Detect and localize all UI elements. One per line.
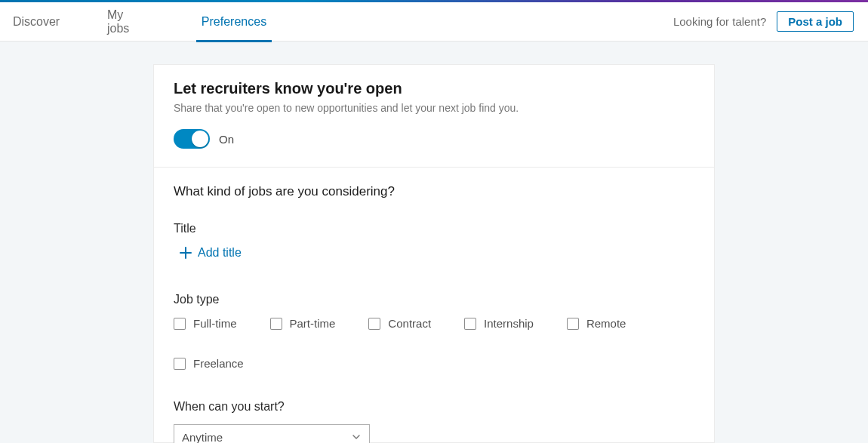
card-header: Let recruiters know you're open Share th…	[154, 65, 714, 168]
checkbox-box	[567, 318, 579, 330]
open-toggle-label: On	[219, 133, 234, 146]
content-area: Let recruiters know you're open Share th…	[0, 42, 868, 443]
add-title-label: Add title	[198, 246, 242, 260]
add-title-button[interactable]: Add title	[180, 246, 242, 260]
nav-right: Looking for talent? Post a job	[673, 2, 868, 41]
start-block: When can you start? Anytime	[174, 400, 694, 443]
checkbox-label: Part-time	[290, 317, 336, 330]
card-subtitle: Share that you're open to new opportunit…	[174, 102, 694, 114]
checkbox-label: Contract	[388, 317, 431, 330]
start-label: When can you start?	[174, 400, 694, 414]
card-body: What kind of jobs are you considering? T…	[154, 168, 714, 443]
checkbox-box	[464, 318, 476, 330]
nav-tabs: Discover My jobs Preferences	[0, 2, 272, 41]
tab-my-jobs[interactable]: My jobs	[107, 2, 146, 42]
jobtype-options: Full-time Part-time Contract Internship	[174, 317, 694, 370]
open-toggle[interactable]	[174, 129, 210, 149]
post-a-job-label: Post a job	[788, 15, 842, 28]
looking-for-talent-text: Looking for talent?	[673, 15, 766, 28]
checkbox-label: Freelance	[193, 357, 244, 370]
jobtype-label: Job type	[174, 293, 694, 306]
checkbox-contract[interactable]: Contract	[368, 317, 431, 330]
checkbox-label: Remote	[586, 317, 626, 330]
checkbox-label: Internship	[484, 317, 534, 330]
checkbox-freelance[interactable]: Freelance	[174, 357, 244, 370]
tab-label: Discover	[13, 15, 60, 29]
tab-discover[interactable]: Discover	[14, 2, 58, 42]
toggle-knob	[192, 131, 208, 147]
checkbox-remote[interactable]: Remote	[567, 317, 626, 330]
post-a-job-button[interactable]: Post a job	[777, 11, 854, 32]
card-title: Let recruiters know you're open	[174, 80, 694, 97]
chevron-down-icon	[351, 432, 362, 442]
plus-icon	[180, 247, 192, 259]
title-label: Title	[174, 222, 694, 235]
checkbox-box	[270, 318, 282, 330]
open-toggle-row: On	[174, 129, 694, 149]
start-select[interactable]: Anytime	[174, 424, 370, 443]
checkbox-box	[174, 318, 186, 330]
checkbox-label: Full-time	[193, 317, 237, 330]
tab-label: Preferences	[202, 15, 266, 29]
jobs-question: What kind of jobs are you considering?	[174, 184, 694, 199]
checkbox-box	[368, 318, 380, 330]
checkbox-box	[174, 358, 186, 370]
tab-preferences[interactable]: Preferences	[196, 2, 272, 42]
navbar: Discover My jobs Preferences Looking for…	[0, 2, 868, 42]
checkbox-full-time[interactable]: Full-time	[174, 317, 237, 330]
start-value: Anytime	[182, 431, 223, 444]
jobtype-block: Job type Full-time Part-time Contract	[174, 293, 694, 370]
checkbox-internship[interactable]: Internship	[464, 317, 534, 330]
checkbox-part-time[interactable]: Part-time	[270, 317, 336, 330]
preferences-card: Let recruiters know you're open Share th…	[153, 64, 715, 443]
tab-label: My jobs	[107, 8, 146, 35]
